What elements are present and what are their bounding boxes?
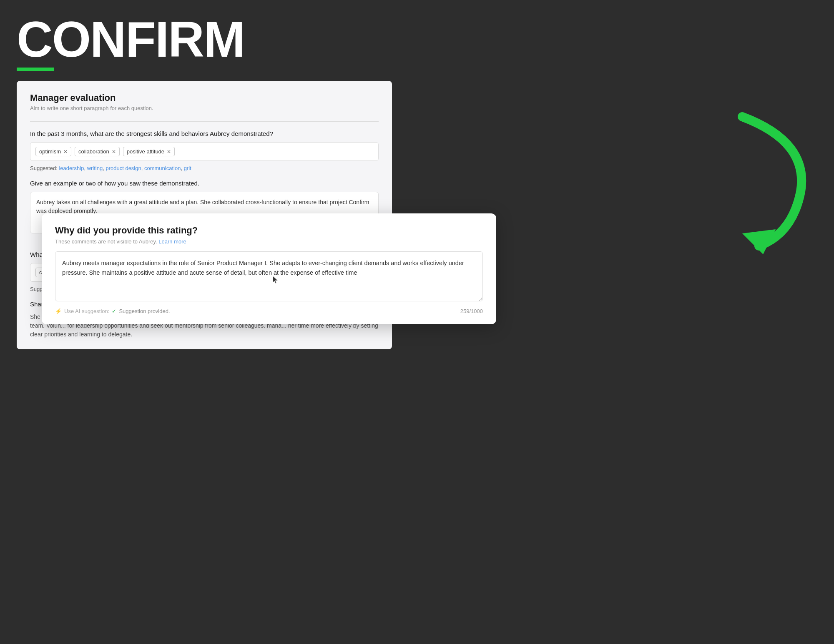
cursor-indicator <box>272 275 279 287</box>
learn-more-link[interactable]: Learn more <box>158 238 186 245</box>
remove-tag-optimism[interactable]: ✕ <box>63 149 68 155</box>
rating-dialog: Why did you provide this rating? These c… <box>42 213 496 324</box>
dialog-subtitle-text: These comments are not visible to Aubrey… <box>55 238 157 245</box>
dialog-title: Why did you provide this rating? <box>55 225 483 236</box>
dialog-footer: ⚡ Use AI suggestion: ✓ Suggestion provid… <box>55 308 483 314</box>
dialog-char-count: 259/1000 <box>460 308 483 314</box>
tag-collaboration[interactable]: collaboration ✕ <box>75 147 120 156</box>
question-1-label: In the past 3 months, what are the stron… <box>30 130 379 137</box>
page-title: CONFIRM <box>17 14 834 64</box>
divider-1 <box>30 121 379 122</box>
remove-tag-positive-attitude[interactable]: ✕ <box>167 149 171 155</box>
page-wrapper: CONFIRM Manager evaluation Aim to write … <box>0 0 834 349</box>
title-underline <box>17 68 54 71</box>
tag-optimism[interactable]: optimism ✕ <box>35 147 71 156</box>
tag-positive-attitude[interactable]: positive attitude ✕ <box>123 147 175 156</box>
card-subtitle: Aim to write one short paragraph for eac… <box>30 105 379 111</box>
suggested-product-design[interactable]: product design <box>106 165 141 171</box>
dialog-subtitle: These comments are not visible to Aubrey… <box>55 238 483 245</box>
lightning-icon: ⚡ <box>55 308 62 314</box>
ai-suggestion-area: ⚡ Use AI suggestion: ✓ Suggestion provid… <box>55 308 170 314</box>
question-2-label: Give an example or two of how you saw th… <box>30 180 379 187</box>
suggested-grit[interactable]: grit <box>184 165 191 171</box>
suggested-label: Suggested: <box>30 165 59 171</box>
suggested-communication[interactable]: communication <box>144 165 181 171</box>
card-title: Manager evaluation <box>30 93 379 103</box>
arrow-decoration <box>717 108 826 260</box>
rating-reason-textarea[interactable]: Aubrey meets manager expectations in the… <box>55 251 483 301</box>
tag-input-skills[interactable]: optimism ✕ collaboration ✕ positive atti… <box>30 142 379 161</box>
suggested-skills: Suggested: leadership, writing, product … <box>30 165 379 171</box>
ai-suggestion-status: Suggestion provided. <box>119 308 170 314</box>
suggested-writing[interactable]: writing <box>87 165 103 171</box>
ai-check-icon: ✓ <box>112 308 116 314</box>
ai-suggestion-label: Use AI suggestion: <box>64 308 109 314</box>
remove-tag-collaboration[interactable]: ✕ <box>112 149 116 155</box>
suggested-leadership[interactable]: leadership <box>59 165 84 171</box>
